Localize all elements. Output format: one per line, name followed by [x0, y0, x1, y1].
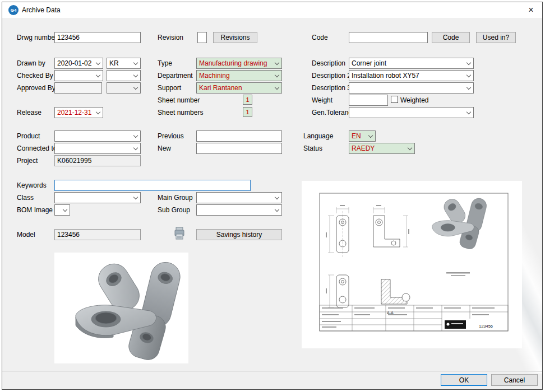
chevron-down-icon[interactable]: [366, 131, 375, 141]
type-select[interactable]: Manufacturing drawing: [196, 58, 282, 69]
code-label: Code: [312, 34, 328, 41]
technical-drawing-image: A-A: [302, 181, 522, 348]
keywords-input[interactable]: [54, 180, 251, 191]
chevron-down-icon[interactable]: [272, 205, 281, 215]
support-value: Kari Rantanen: [197, 84, 272, 92]
product-select[interactable]: [54, 130, 141, 142]
chevron-down-icon[interactable]: [94, 71, 103, 81]
new-input[interactable]: [196, 143, 282, 154]
chevron-down-icon[interactable]: [464, 83, 473, 93]
project-label: Project: [17, 157, 38, 165]
weighted-checkbox[interactable]: [391, 96, 398, 103]
code-input[interactable]: [349, 32, 428, 43]
part-3d-preview: [54, 253, 188, 363]
chevron-down-icon[interactable]: [131, 58, 140, 68]
checked-by-label: Checked By: [17, 72, 53, 80]
chevron-down-icon[interactable]: [131, 143, 140, 153]
print-icon[interactable]: [174, 227, 185, 240]
chevron-down-icon[interactable]: [272, 71, 281, 81]
chevron-down-icon[interactable]: [272, 193, 281, 203]
support-select[interactable]: Kari Rantanen: [196, 82, 282, 94]
code-button[interactable]: Code: [432, 32, 470, 43]
chevron-down-icon[interactable]: [464, 108, 473, 118]
description-label: Description: [312, 59, 345, 67]
revision-input[interactable]: [197, 32, 207, 43]
weighted-label: Weighted: [400, 96, 428, 104]
used-in-button[interactable]: Used in?: [476, 32, 516, 43]
keywords-label: Keywords: [17, 181, 47, 189]
chevron-down-icon[interactable]: [131, 83, 140, 93]
technical-drawing-preview: A-A: [302, 181, 522, 348]
status-select[interactable]: RAEDY: [349, 143, 415, 154]
section-label: A-A: [387, 311, 394, 315]
class-select[interactable]: [54, 192, 141, 203]
chevron-down-icon[interactable]: [94, 108, 103, 118]
checked-by-date-select[interactable]: [54, 70, 103, 81]
app-logo-icon: G4: [8, 5, 19, 15]
chevron-down-icon[interactable]: [464, 58, 473, 68]
previous-label: Previous: [158, 132, 184, 140]
chevron-down-icon[interactable]: [464, 71, 473, 81]
release-select[interactable]: 2021-12-31: [54, 107, 103, 118]
weight-label: Weight: [312, 96, 332, 104]
drawn-by-date-select[interactable]: 2020-01-02: [54, 58, 103, 69]
sheet-number-value: 1: [243, 95, 252, 105]
chevron-down-icon[interactable]: [61, 205, 70, 215]
weight-input[interactable]: [349, 95, 388, 106]
connected-to-label: Connected to: [17, 144, 57, 152]
archive-data-dialog: G4 Archive Data × Drwg number 123456 Rev…: [2, 2, 543, 390]
description-select[interactable]: Corner joint: [349, 58, 474, 69]
close-icon[interactable]: ×: [524, 3, 538, 17]
sub-group-label: Sub Group: [158, 206, 190, 214]
approved-by-initials-select[interactable]: [107, 82, 141, 94]
department-select[interactable]: Machining: [196, 70, 282, 81]
drwg-number-input[interactable]: 123456: [54, 32, 141, 43]
description3-select[interactable]: [349, 82, 474, 94]
chevron-down-icon[interactable]: [131, 131, 140, 141]
sheet-numbers-value: 1: [243, 107, 252, 117]
model-field: 123456: [54, 229, 141, 240]
previous-input[interactable]: [196, 130, 282, 142]
department-label: Department: [158, 72, 193, 80]
model-label: Model: [17, 231, 35, 239]
title-bar: G4 Archive Data ×: [2, 2, 542, 18]
gen-tolerances-select[interactable]: [349, 107, 474, 118]
chevron-down-icon[interactable]: [131, 71, 140, 81]
connected-to-select[interactable]: [54, 143, 141, 154]
drawn-by-initials-value: KR: [107, 59, 131, 67]
class-label: Class: [17, 194, 34, 202]
main-group-select[interactable]: [196, 192, 282, 203]
description3-label: Description 3: [312, 84, 351, 92]
bom-image-select[interactable]: [54, 204, 70, 216]
drawn-by-date-value: 2020-01-02: [55, 59, 94, 67]
chevron-down-icon[interactable]: [272, 58, 281, 68]
revision-label: Revision: [158, 34, 183, 41]
part-3d-image: [54, 253, 188, 363]
checked-by-initials-select[interactable]: [107, 70, 141, 81]
chevron-down-icon[interactable]: [94, 58, 103, 68]
approved-by-label: Approved By: [17, 84, 56, 92]
chevron-down-icon[interactable]: [272, 83, 281, 93]
description2-label: Description 2: [312, 72, 351, 80]
window-title: Archive Data: [22, 6, 61, 14]
main-group-label: Main Group: [158, 194, 193, 202]
language-select[interactable]: EN: [349, 130, 376, 142]
type-value: Manufacturing drawing: [197, 59, 272, 67]
revisions-button[interactable]: Revisions: [213, 32, 257, 43]
cancel-button[interactable]: Cancel: [491, 374, 538, 386]
description-value: Corner joint: [349, 59, 464, 67]
approved-by-date-input[interactable]: [54, 82, 102, 94]
ok-button[interactable]: OK: [441, 374, 487, 386]
status-label: Status: [303, 144, 322, 152]
sheet-number-label: Sheet number: [158, 96, 200, 104]
chevron-down-icon[interactable]: [405, 143, 414, 153]
drawn-by-initials-select[interactable]: KR: [107, 58, 141, 69]
sheet-numbers-label: Sheet numbers: [158, 109, 203, 116]
description2-value: Installation robot XY57: [349, 72, 464, 80]
support-label: Support: [158, 84, 181, 92]
description2-select[interactable]: Installation robot XY57: [349, 70, 474, 81]
bom-image-label: BOM Image: [17, 206, 53, 214]
sub-group-select[interactable]: [196, 204, 282, 216]
chevron-down-icon[interactable]: [131, 193, 140, 203]
savings-history-button[interactable]: Savings history: [196, 229, 282, 240]
